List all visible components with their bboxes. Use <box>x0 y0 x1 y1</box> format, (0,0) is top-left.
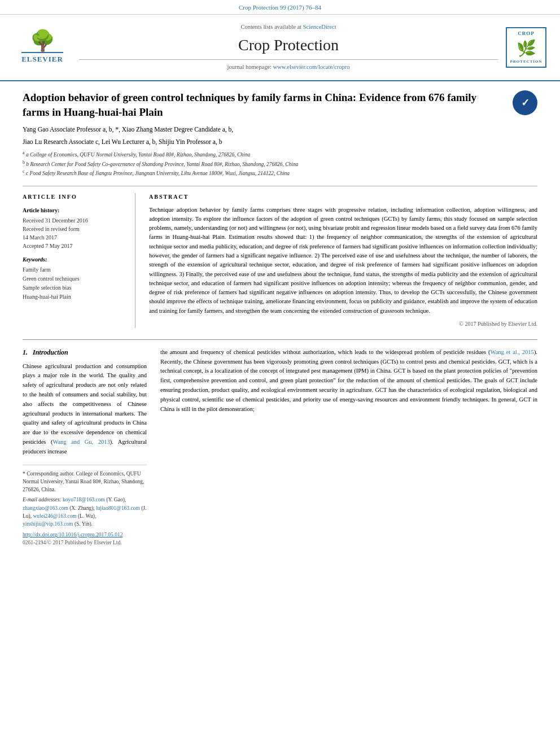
crop-logo-subtext: PROTECTION <box>510 59 542 65</box>
received-revised-label: Received in revised form <box>23 225 126 233</box>
crop-logo-area: CROP 🌿 PROTECTION <box>504 20 549 75</box>
crossmark-badge: ✓ <box>513 90 537 115</box>
keyword-2: Green control techniques <box>23 275 126 283</box>
elsevier-wordmark: ELSEVIER <box>21 52 63 64</box>
corresponding-author-note: * Corresponding author. College of Econo… <box>23 470 147 494</box>
article-history-label: Article history: <box>23 207 126 215</box>
doi-section: http://dx.doi.org/10.1016/j.cropro.2017.… <box>23 531 147 547</box>
email-zhang[interactable]: zhangxiao@163.com <box>23 505 68 511</box>
email-wu[interactable]: wulei246@163.com <box>33 513 76 519</box>
journal-reference: Crop Protection 99 (2017) 76–84 <box>0 0 560 15</box>
doi-link: http://dx.doi.org/10.1016/j.cropro.2017.… <box>23 531 147 539</box>
intro-left-column: 1. Introduction Chinese agricultural pro… <box>23 348 147 547</box>
contents-available-line: Contents lists available at ScienceDirec… <box>240 23 336 32</box>
article-info-heading: ARTICLE INFO <box>23 193 126 201</box>
homepage-line: journal homepage: www.elsevier.com/locat… <box>228 63 350 72</box>
doi-anchor[interactable]: http://dx.doi.org/10.1016/j.cropro.2017.… <box>23 532 123 538</box>
crop-logo-text: CROP <box>518 30 535 37</box>
intro-right-column: the amount and frequency of chemical pes… <box>160 348 537 547</box>
ref-wang-gu-2013[interactable]: Wang and Gu, 2013 <box>53 439 110 445</box>
intro-right-body: the amount and frequency of chemical pes… <box>160 348 537 414</box>
keywords-label: Keywords: <box>23 256 126 264</box>
email-yin[interactable]: yinshijiu@vip.163.com <box>23 521 73 527</box>
elsevier-logo-area: 🌳 ELSEVIER <box>11 20 73 75</box>
abstract-heading: ABSTRACT <box>149 193 537 201</box>
abstract-body: Technique adoption behavior by family fa… <box>149 206 537 316</box>
authors-line-2: Jiao Lu Research Associate c, Lei Wu Lec… <box>23 137 537 146</box>
homepage-url[interactable]: www.elsevier.com/locate/cropro <box>273 64 350 70</box>
authors-line-1: Yang Gao Associate Professor a, b, *, Xi… <box>23 125 537 134</box>
email-footnote: E-mail addresses: koyo718@163.com (Y. Ga… <box>23 496 147 528</box>
article-info-column: ARTICLE INFO Article history: Received 3… <box>23 193 135 328</box>
affiliation-b: b b Research Center for Food Safety Co-g… <box>23 159 537 168</box>
introduction-section: 1. Introduction Chinese agricultural pro… <box>23 339 537 547</box>
keywords-section: Keywords: Family farm Green control tech… <box>23 256 126 301</box>
article-content: Adoption behavior of green control techn… <box>0 81 560 558</box>
abstract-column: ABSTRACT Technique adoption behavior by … <box>149 193 537 328</box>
journal-header: 🌳 ELSEVIER Contents lists available at S… <box>0 15 560 81</box>
accepted-date: Accepted 7 May 2017 <box>23 242 126 250</box>
journal-title: Crop Protection <box>238 34 339 56</box>
info-abstract-section: ARTICLE INFO Article history: Received 3… <box>23 186 537 328</box>
email-lu[interactable]: lujiao801@163.com <box>96 505 140 511</box>
footnote-section: * Corresponding author. College of Econo… <box>23 465 147 547</box>
intro-heading: 1. Introduction <box>23 348 147 357</box>
copyright-notice: © 2017 Published by Elsevier Ltd. <box>149 320 537 328</box>
intro-left-body: Chinese agricultural production and cons… <box>23 362 147 457</box>
keyword-3: Sample selection bias <box>23 284 126 292</box>
issn-text: 0261-2194/© 2017 Published by Elsevier L… <box>23 539 147 547</box>
elsevier-tree-icon: 🌳 <box>30 30 55 51</box>
revised-date: 14 March 2017 <box>23 233 126 242</box>
email-links[interactable]: koyo718@163.com <box>63 497 105 503</box>
affiliation-c: c c Food Safety Research Base of Jiangsu… <box>23 168 537 177</box>
article-title: Adoption behavior of green control techn… <box>23 90 537 119</box>
sciencedirect-link[interactable]: ScienceDirect <box>303 24 336 30</box>
received-date: Received 31 December 2016 <box>23 216 126 225</box>
affiliations: a a College of Economics, QUFU Normal Un… <box>23 150 537 177</box>
keyword-1: Family farm <box>23 266 126 274</box>
affiliation-a: a a College of Economics, QUFU Normal Un… <box>23 150 537 159</box>
crop-leaf-icon: 🌿 <box>517 37 536 59</box>
keyword-4: Huang-huai-hai Plain <box>23 293 126 301</box>
crop-protection-logo: CROP 🌿 PROTECTION <box>506 27 546 68</box>
article-dates: Received 31 December 2016 Received in re… <box>23 216 126 250</box>
journal-info: Contents lists available at ScienceDirec… <box>79 20 498 75</box>
header-divider <box>79 59 498 60</box>
ref-wang-2015[interactable]: Wang et al., 2015 <box>491 349 534 355</box>
